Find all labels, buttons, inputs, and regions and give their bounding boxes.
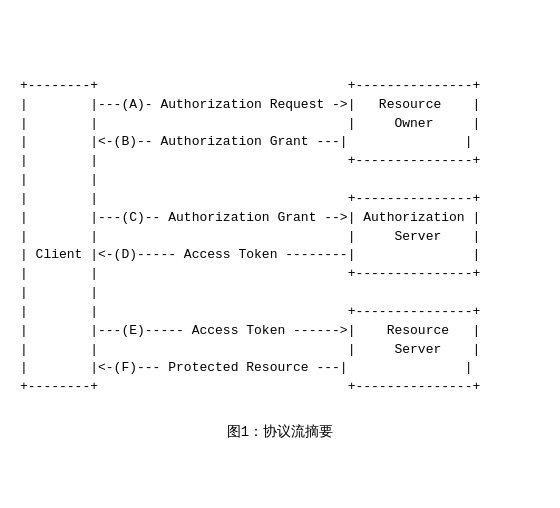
diagram-text: +--------+ +---------------+ | |---(A)- …: [20, 77, 540, 397]
diagram-container: +--------+ +---------------+ | |---(A)- …: [20, 67, 540, 441]
diagram-caption: 图1：协议流摘要: [227, 423, 333, 441]
oauth-diagram: +--------+ +---------------+ | |---(A)- …: [20, 67, 540, 407]
